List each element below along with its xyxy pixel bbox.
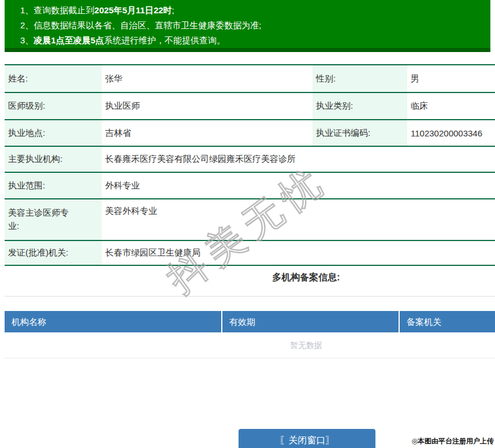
notice-banner: 1、查询数据截止到2025年5月11日22时; 2、信息数据结果以各省、自治区、… (5, 0, 490, 52)
issuing-authority-label: 发证(批准)机关: (5, 240, 102, 265)
gender-value: 男 (407, 65, 495, 92)
multi-org-table-header: 机构名称 有效期 备案机关 (5, 311, 495, 332)
cert-no-value: 110230200003346 (407, 120, 495, 146)
notice-text: ; (172, 5, 174, 15)
notice-text: 1、查询数据截止到 (20, 5, 94, 15)
table-row: 医师级别: 执业医师 执业类别: 临床 (5, 92, 495, 120)
table-row: 美容主诊医师专业: 美容外科专业 (5, 199, 495, 240)
attribution-text: ◎本图由平台注册用户上传 (412, 436, 494, 446)
table-row: 执业地点: 吉林省 执业证书编码: 110230200003346 (5, 120, 495, 146)
notice-text: 3、 (20, 35, 34, 45)
table-row: 主要执业机构: 长春雍禾医疗美容有限公司绿园雍禾医疗美容诊所 (5, 146, 495, 172)
location-label: 执业地点: (5, 120, 102, 146)
aesthetic-specialty-value: 美容外科专业 (102, 199, 495, 240)
notice-bold-text: 2025年5月11日22时 (94, 5, 172, 15)
column-header-org-name: 机构名称 (5, 311, 221, 332)
section-divider (5, 296, 495, 297)
practitioner-info-table: 姓名: 张华 性别: 男 医师级别: 执业医师 执业类别: 临床 执业地点: 吉… (5, 64, 495, 266)
cert-no-label: 执业证书编码: (312, 120, 407, 146)
level-label: 医师级别: (5, 92, 102, 120)
gender-label: 性别: (312, 65, 407, 92)
notice-bold-text: 凌晨1点至凌晨5点 (34, 35, 104, 45)
column-header-filing-authority: 备案机关 (399, 311, 495, 332)
table-row: 姓名: 张华 性别: 男 (5, 65, 495, 92)
aesthetic-specialty-label: 美容主诊医师专业: (5, 199, 102, 240)
category-label: 执业类别: (312, 92, 407, 120)
aesthetic-specialty-label-text: 美容主诊医师专业: (8, 206, 76, 232)
category-value: 临床 (407, 92, 495, 120)
name-label: 姓名: (5, 65, 102, 92)
issuing-authority-value: 长春市绿园区卫生健康局 (102, 240, 495, 265)
column-header-valid-period: 有效期 (221, 311, 399, 332)
scope-label: 执业范围: (5, 172, 102, 199)
notice-text: 2、信息数据结果以各省、自治区、直辖市卫生健康委数据为准; (20, 20, 262, 30)
level-value: 执业医师 (102, 92, 312, 120)
notice-text: 系统进行维护，不能提供查询。 (104, 35, 225, 45)
notice-line-3: 3、凌晨1点至凌晨5点系统进行维护，不能提供查询。 (20, 33, 485, 48)
name-value: 张华 (102, 65, 312, 92)
multi-org-section-title: 多机构备案信息: (5, 272, 495, 284)
close-window-button[interactable]: 〖关闭窗口〗 (239, 429, 375, 448)
table-row: 执业范围: 外科专业 (5, 172, 495, 199)
scope-value: 外科专业 (102, 172, 495, 199)
main-org-value: 长春雍禾医疗美容有限公司绿园雍禾医疗美容诊所 (102, 146, 495, 172)
notice-line-1: 1、查询数据截止到2025年5月11日22时; (20, 3, 485, 18)
table-row: 发证(批准)机关: 长春市绿园区卫生健康局 (5, 240, 495, 265)
empty-data-row: 暂无数据 (5, 332, 495, 358)
main-org-label: 主要执业机构: (5, 146, 102, 172)
notice-line-2: 2、信息数据结果以各省、自治区、直辖市卫生健康委数据为准; (20, 18, 485, 33)
location-value: 吉林省 (102, 120, 312, 146)
